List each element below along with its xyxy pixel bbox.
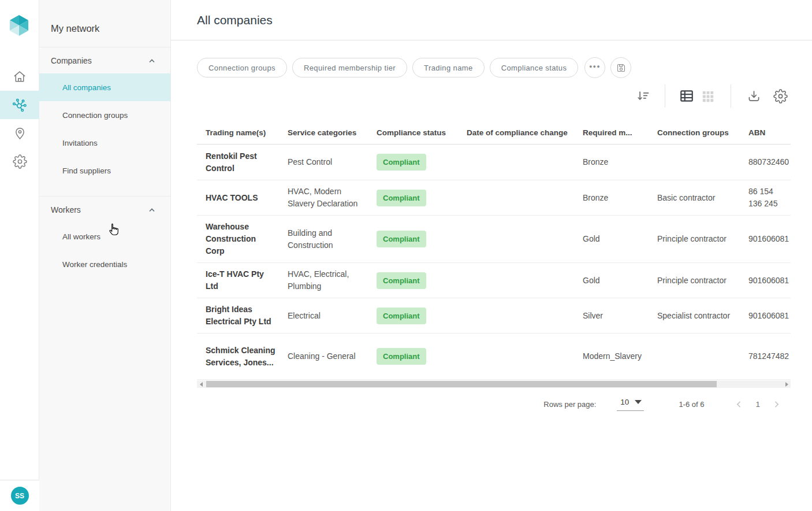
filter-chip-label: Trading name — [424, 64, 473, 72]
filter-chip-compliance-status[interactable]: Compliance status — [490, 58, 579, 77]
rail-footer: SS — [0, 480, 39, 511]
rows-per-page-select[interactable]: 10 — [617, 398, 644, 411]
pagination-bar: Rows per page: 10 1-6 of 6 1 — [197, 398, 791, 411]
sidebar-item-worker-credentials[interactable]: Worker credentials — [39, 250, 170, 278]
sort-descending-icon[interactable] — [635, 88, 651, 104]
user-avatar[interactable]: SS — [11, 487, 29, 505]
cell-connection-groups: Principle contractor — [657, 275, 736, 287]
caret-down-icon — [635, 400, 642, 404]
filter-bar: Connection groups Required membership ti… — [197, 57, 631, 78]
sidebar-item-connection-groups[interactable]: Connection groups — [39, 101, 170, 129]
filter-chip-required-membership-tier[interactable]: Required membership tier — [292, 58, 407, 77]
column-header-service-categories[interactable]: Service categories — [279, 121, 368, 144]
cell-service-categories: HVAC, Modern Slavery Declaration — [288, 186, 364, 210]
filter-chip-connection-groups[interactable]: Connection groups — [197, 58, 287, 77]
sidebar-item-find-suppliers[interactable]: Find suppliers — [39, 157, 170, 184]
table-row[interactable]: HVAC TOOLS HVAC, Modern Slavery Declarat… — [197, 180, 791, 216]
cell-service-categories: Cleaning - General — [288, 350, 364, 362]
table-toolbar — [635, 85, 788, 107]
compliance-status-badge: Compliant — [377, 308, 426, 324]
cell-required-membership: Gold — [583, 275, 645, 287]
cell-trading-name: Bright Ideas Electrical Pty Ltd — [206, 303, 275, 328]
column-header-required-membership[interactable]: Required m... — [574, 121, 649, 144]
sidebar-item-label: Find suppliers — [62, 166, 111, 175]
page-header: All companies — [171, 0, 812, 40]
home-icon[interactable] — [0, 62, 39, 91]
horizontal-scrollbar[interactable] — [197, 380, 791, 388]
chevron-up-icon — [147, 205, 157, 214]
cell-trading-name: Ice-T HVAC Pty Ltd — [206, 268, 275, 292]
table-settings-gear-icon[interactable] — [773, 89, 788, 103]
settings-gear-icon[interactable] — [0, 147, 39, 176]
cell-connection-groups: Basic contractor — [657, 192, 736, 204]
toolbar-divider — [665, 84, 665, 108]
filter-chip-label: Connection groups — [208, 64, 275, 72]
location-pin-icon[interactable] — [0, 119, 39, 147]
column-header-abn[interactable]: ABN — [740, 121, 791, 144]
cell-connection-groups: Principle contractor — [657, 233, 736, 245]
network-icon[interactable] — [0, 91, 39, 119]
sidebar-item-all-companies[interactable]: All companies — [39, 73, 170, 101]
cell-abn: 880732460 — [748, 156, 787, 168]
table-row[interactable]: Warehouse Construction Corp Building and… — [197, 216, 791, 263]
scrollbar-thumb[interactable] — [206, 381, 717, 387]
column-header-compliance-status[interactable]: Compliance status — [368, 121, 458, 144]
sidebar-section-companies[interactable]: Companies — [39, 47, 170, 73]
table-row[interactable]: Rentokil Pest Control Pest Control Compl… — [197, 145, 791, 180]
table-view-icon[interactable] — [679, 88, 694, 103]
cell-required-membership: Modern_Slavery — [583, 350, 645, 362]
cell-service-categories: HVAC, Electrical, Plumbing — [288, 268, 364, 292]
triangle-right-icon — [785, 382, 788, 387]
rows-per-page-label: Rows per page: — [543, 400, 596, 409]
sidebar-item-label: All workers — [62, 232, 100, 241]
column-header-trading-names[interactable]: Trading name(s) — [197, 121, 279, 144]
compliance-status-badge: Compliant — [377, 154, 426, 171]
sidebar-item-label: Connection groups — [62, 111, 128, 120]
cell-trading-name: Schmick Cleaning Services, Jones... — [206, 345, 275, 369]
cell-service-categories: Electrical — [288, 310, 364, 322]
cell-required-membership: Gold — [583, 233, 645, 245]
filter-chip-trading-name[interactable]: Trading name — [412, 58, 485, 77]
cell-abn: 86 154 136 245 — [748, 186, 787, 210]
brand-logo — [8, 14, 31, 41]
cell-abn: 901606081 — [748, 233, 787, 245]
more-filters-button[interactable]: ••• — [584, 57, 605, 78]
cell-trading-name: Rentokil Pest Control — [206, 150, 275, 175]
cell-required-membership: Silver — [583, 310, 645, 322]
compliance-status-badge: Compliant — [377, 348, 426, 365]
compliance-status-badge: Compliant — [377, 272, 426, 289]
sidebar-item-label: Invitations — [62, 139, 98, 147]
table-row[interactable]: Ice-T HVAC Pty Ltd HVAC, Electrical, Plu… — [197, 263, 791, 298]
compliance-status-badge: Compliant — [377, 190, 426, 206]
column-header-date-of-compliance-change[interactable]: Date of compliance change — [458, 121, 574, 144]
app-window: SS My network Companies All companies Co… — [0, 0, 812, 511]
save-floppy-icon — [616, 62, 627, 73]
column-header-connection-groups[interactable]: Connection groups — [649, 121, 740, 144]
next-page-chevron-icon[interactable] — [772, 399, 781, 409]
triangle-left-icon — [200, 382, 203, 387]
table-row[interactable]: Bright Ideas Electrical Pty Ltd Electric… — [197, 298, 791, 334]
table-row[interactable]: Schmick Cleaning Services, Jones... Clea… — [197, 334, 791, 380]
sidebar-section-workers-label: Workers — [51, 205, 81, 214]
brand-logo-icon — [8, 14, 31, 40]
previous-page-chevron-icon[interactable] — [734, 399, 744, 409]
sidebar-section-workers[interactable]: Workers — [39, 196, 170, 223]
cell-required-membership: Bronze — [583, 156, 645, 168]
sidebar-title: My network — [39, 0, 170, 34]
scroll-left-arrow[interactable] — [197, 380, 205, 388]
companies-table: Trading name(s) Service categories Compl… — [197, 121, 791, 411]
chevron-up-icon — [147, 56, 157, 65]
scroll-right-arrow[interactable] — [783, 380, 791, 388]
grid-view-icon[interactable] — [701, 88, 716, 103]
sidebar-spacer — [39, 184, 170, 196]
sidebar-item-label: Worker credentials — [62, 260, 127, 269]
sidebar: My network Companies All companies Conne… — [39, 0, 171, 511]
cell-trading-name: Warehouse Construction Corp — [206, 221, 275, 257]
download-icon[interactable] — [746, 88, 762, 104]
current-page-number: 1 — [752, 400, 763, 409]
page-title: All companies — [197, 13, 273, 27]
save-view-button[interactable] — [610, 57, 631, 78]
sidebar-item-all-workers[interactable]: All workers — [39, 223, 170, 250]
toolbar-divider — [731, 84, 731, 108]
sidebar-item-invitations[interactable]: Invitations — [39, 129, 170, 157]
